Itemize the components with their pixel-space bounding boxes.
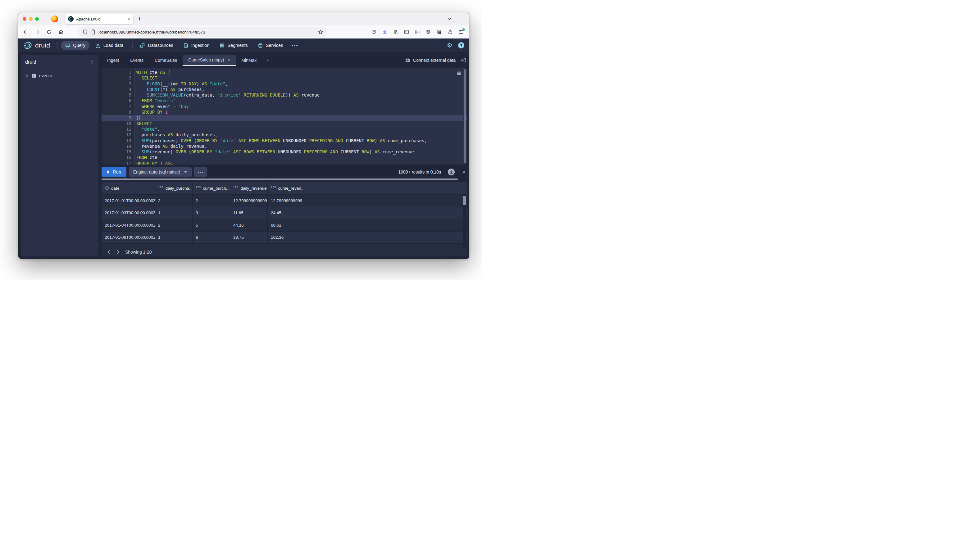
editor-menu-icon[interactable] [456,70,462,75]
column-header[interactable]: date [101,182,155,194]
table-cell[interactable]: 102.36 [268,232,305,243]
sql-editor[interactable]: 1WITH cte AS (2 SELECT3 FLOOR(__time TO … [101,68,467,164]
url-bar[interactable]: localhost:8888/unified-console.html#work… [79,27,326,37]
table-cell[interactable]: 2 [155,195,192,207]
results-scrollbar-thumb[interactable] [463,196,466,205]
privacy-lock-icon[interactable] [436,29,442,35]
prev-page-icon[interactable] [106,250,111,254]
help-icon[interactable]: ? [458,42,464,49]
code-line[interactable]: 3 FLOOR(__time TO DAY) AS "date", [101,81,467,87]
code-line[interactable]: 8 GROUP BY 1 [101,109,467,115]
workbench-tab[interactable]: Events [125,55,149,66]
table-cell[interactable]: 3 [192,207,230,219]
table-cell[interactable]: 2 [192,195,230,207]
table-cell[interactable]: 6 [192,232,230,243]
connect-external-data-button[interactable]: Connect external data [405,55,461,66]
forward-icon[interactable] [34,29,40,35]
results-horizontal-scrollbar[interactable] [101,179,467,180]
table-cell[interactable]: 44.16 [230,219,268,231]
close-results-icon[interactable]: × [462,169,466,175]
nav-more-button[interactable]: ••• [289,43,301,48]
sidebars-icon[interactable] [404,29,409,35]
run-button[interactable]: Run [101,167,126,177]
settings-gear-icon[interactable]: ⚙ [447,42,453,49]
next-page-icon[interactable] [116,250,121,254]
tab-close-icon[interactable]: × [227,57,230,63]
workbench-tab[interactable]: CumeSales (copy)× [182,55,236,66]
code-line[interactable]: 5 SUM(JSON_VALUE(extra_data, '$.price' R… [101,92,467,98]
workbench-tab[interactable]: Ingest [101,55,125,66]
table-cell[interactable]: 1 [155,232,192,243]
code-line[interactable]: 15 SUM(revenue) OVER (ORDER BY "date" AS… [101,149,467,154]
code-line[interactable]: 2 SELECT [101,75,467,81]
table-cell[interactable]: 11.65 [230,207,268,219]
app-menu-icon[interactable] [458,29,464,35]
back-icon[interactable] [23,29,28,35]
query-more-button[interactable]: ••• [194,167,207,177]
column-header[interactable]: 123cume_purch... [192,182,230,194]
extension-thumb-icon[interactable] [447,29,453,35]
nav-item-datasources[interactable]: Datasources [136,41,177,50]
window-close-button[interactable] [23,17,26,21]
table-cell[interactable]: 12.799999999999 [230,195,268,207]
page-info-icon[interactable] [90,29,96,35]
window-zoom-button[interactable] [35,17,39,21]
code-line[interactable]: 7 WHERE event = 'buy' [101,104,467,109]
table-cell[interactable]: 2017-01-01T00:00:00.000Z [101,195,155,207]
results-scrollbar[interactable] [463,195,466,247]
druid-brand[interactable]: druid [23,41,50,50]
code-line[interactable]: 4 COUNT(*) AS purchases, [101,87,467,92]
add-tab-button[interactable]: + [262,55,274,66]
nav-item-services[interactable]: Services [254,41,287,50]
table-cell[interactable]: 2017-01-06T00:00:00.000Z [101,232,155,243]
code-line[interactable]: 13 SUM(purchases) OVER (ORDER BY "date" … [101,138,467,143]
horizontal-scrollbar-thumb[interactable] [101,179,458,180]
code-line[interactable]: 16FROM cte [101,154,467,160]
tab-close-icon[interactable]: × [127,17,130,21]
library-icon[interactable] [393,29,399,35]
downloads-icon[interactable] [382,29,388,35]
chevron-right-icon[interactable] [25,74,29,78]
sort-icon[interactable] [90,60,94,65]
ublock-shield-icon[interactable]: uO [425,29,431,35]
home-icon[interactable] [58,29,64,35]
editor-scrollbar[interactable] [463,69,466,163]
nav-item-query[interactable]: Query [61,41,90,50]
table-cell[interactable]: 2017-01-03T00:00:00.000Z [101,207,155,219]
code-line[interactable]: 1WITH cte AS ( [101,70,467,75]
code-line[interactable]: 6 FROM "events" [101,98,467,103]
code-line[interactable]: 12 purchases AS daily_purchases, [101,132,467,138]
fence-extension-icon[interactable] [415,29,420,35]
tab-list-chevron-icon[interactable] [447,16,452,21]
table-cell[interactable]: 5 [192,219,230,231]
nav-item-load-data[interactable]: Load data [91,41,128,50]
bookmark-star-icon[interactable] [318,29,323,35]
editor-scrollbar-thumb[interactable] [463,69,466,163]
nav-item-segments[interactable]: Segments [215,41,252,50]
table-cell[interactable]: 68.61 [268,219,305,231]
firefox-view-icon[interactable] [51,16,58,22]
new-tab-button[interactable]: + [138,15,141,23]
column-header[interactable]: 123daily_purcha... [155,182,192,194]
code-line[interactable]: 10SELECT [101,121,467,127]
collapse-panel-icon[interactable] [461,55,467,66]
datasource-tree-item-events[interactable]: events [25,73,94,78]
table-cell[interactable]: 33.75 [230,232,268,243]
code-line[interactable]: 11 "date", [101,127,467,132]
code-line[interactable]: 14 revenue AS daily_revenue, [101,143,467,149]
code-line[interactable]: 9) [101,115,467,120]
nav-item-ingestion[interactable]: Ingestion [179,41,214,50]
column-header[interactable]: 123cume_reven... [268,182,305,194]
workbench-tab[interactable]: MinMax [236,55,262,66]
column-header[interactable]: 123daily_revenue [230,182,268,194]
table-cell[interactable]: 12.79999999999 [268,195,305,207]
table-cell[interactable]: 2017-01-04T00:00:00.000Z [101,219,155,231]
workbench-tab[interactable]: CumeSales [149,55,182,66]
table-cell[interactable]: 2 [155,219,192,231]
reload-icon[interactable] [46,29,52,35]
shield-permissions-icon[interactable] [82,29,88,35]
engine-select[interactable]: Engine: auto (sql-native) [129,167,192,177]
download-results-icon[interactable] [448,169,455,175]
table-cell[interactable]: 24.45 [268,207,305,219]
pocket-icon[interactable] [371,29,377,35]
